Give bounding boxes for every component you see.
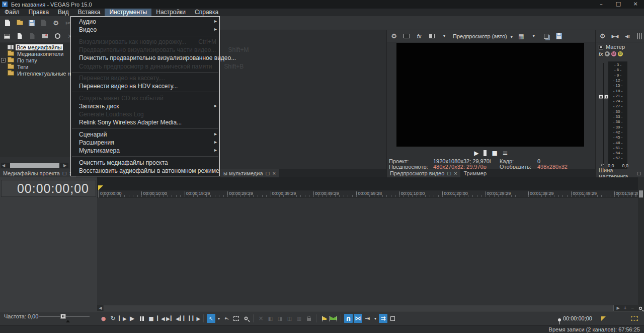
scrollbar-thumb[interactable] [104,305,614,311]
pause-icon[interactable] [137,314,146,323]
scrollbar-thumb[interactable] [639,190,643,197]
split-screen-icon[interactable] [428,32,436,40]
auto-ripple-dropdown-icon[interactable]: ▾ [373,314,378,323]
tab-project-media[interactable]: Медиафайлы проекта □ × [0,169,76,177]
tab-video-preview[interactable]: Предпросмотр видео □ × [387,169,460,177]
float-window-icon[interactable]: □ [266,171,270,176]
ripple-all-tracks-icon[interactable]: ⇉ [379,314,387,323]
play-icon[interactable]: ▶ [128,314,136,323]
menu-item[interactable]: Relink Sony Wireless Adapter Media... [71,118,219,126]
stop-icon[interactable]: ■ [492,150,497,157]
menu-item[interactable]: Почистить предварительно визуализированн… [71,54,219,62]
scroll-left-icon[interactable]: ◀ [97,305,104,311]
close-button[interactable]: × [627,0,644,9]
copy-snapshot-icon[interactable] [542,32,550,40]
capture-video-icon[interactable] [41,32,49,40]
bus-io-icon[interactable]: ▶◀ [611,32,619,40]
menu-item[interactable]: Мультикамера▸ [71,147,219,155]
envelope-tool-icon[interactable]: ↖ [222,314,231,323]
float-window-icon[interactable]: □ [62,171,67,176]
insert-region-icon[interactable] [329,314,338,323]
fader-handles[interactable] [599,95,609,99]
stop-icon[interactable]: ■ [147,314,155,323]
next-frame-icon[interactable]: ▎▎▶ [189,314,201,323]
normal-edit-tool-icon[interactable]: ↖ [207,314,215,323]
fader-handle-left[interactable] [599,95,603,99]
dim-output-icon[interactable]: ◀≀ [624,32,631,40]
menu-item[interactable]: Расширения▸ [71,139,219,147]
media-horizontal-scrollbar[interactable]: ◀ ▶ [1,163,68,168]
auto-ripple-icon[interactable]: ⇥ [363,314,372,323]
cursor-marker-icon[interactable] [98,185,103,190]
save-snapshot-icon[interactable] [555,32,563,40]
import-file-icon[interactable] [16,32,24,40]
menu-item[interactable]: Аудио▸ [71,18,219,26]
overlay-grid-icon[interactable]: ▦ [517,32,525,40]
menu-item[interactable]: Видео▸ [71,26,219,34]
insert-marker-icon[interactable] [319,314,328,323]
import-media-icon[interactable] [3,32,11,40]
previous-frame-icon[interactable]: ◀▎▎ [176,314,188,323]
go-to-start-icon[interactable]: ▎◀ [156,314,165,323]
scroll-right-icon[interactable]: ▶ [62,163,67,168]
timeline-vertical-scrollbar[interactable] [638,177,644,305]
scroll-right-icon[interactable]: ▶ [615,305,621,311]
cursor-timecode[interactable]: 00:00:00;00 [563,315,592,321]
selection-tool-icon[interactable] [232,314,240,323]
video-output-fx-icon[interactable]: fx [415,32,423,40]
maximize-button[interactable]: □ [610,0,627,9]
cursor-time-display[interactable]: 00:00:00;00 [1,180,96,197]
preview-settings-gear-icon[interactable]: ⚙ [390,32,398,40]
menu-bar-item[interactable]: Файл [0,9,24,16]
plugin2-icon[interactable]: M [611,51,616,56]
menu-bar-item[interactable]: Инструменты [105,9,151,16]
grid-dropdown-icon[interactable]: ▾ [530,32,538,40]
plugin1-icon[interactable]: ✱ [605,51,610,56]
master-fx-icon[interactable]: fx [599,51,603,57]
menu-bar-item[interactable]: Правка [24,9,54,16]
edit-tool-dropdown-icon[interactable]: ▾ [216,314,221,323]
tab-master-bus[interactable]: Шина мастеринга □ [596,169,644,177]
auto-crossfade-icon[interactable]: ⋈ [354,314,362,323]
external-monitor-icon[interactable] [403,32,411,40]
menu-bar-item[interactable]: Вставка [73,9,105,16]
play-from-start-icon[interactable]: ▎▶ [118,314,127,323]
extract-audio-cd-icon[interactable] [53,32,61,40]
record-icon[interactable]: ● [99,314,108,323]
menu-item[interactable]: Очистить медиафайлы проекта [71,158,219,166]
zoom-out-icon[interactable]: − [629,305,636,311]
timeline-horizontal-scrollbar[interactable]: ◀ ▶ + − [97,305,644,311]
plugin3-icon[interactable]: S! [618,51,623,56]
mixer-icon[interactable] [636,32,644,40]
menu-item[interactable]: Сценарий▸ [71,130,219,139]
marker-triangle-icon[interactable] [601,316,606,321]
new-project-icon[interactable] [4,19,12,27]
minimize-button[interactable]: – [593,0,610,9]
rate-slider-handle[interactable] [60,314,66,319]
float-window-icon[interactable]: □ [447,171,451,176]
open-project-icon[interactable] [16,19,24,27]
enable-snapping-icon[interactable]: U [344,314,353,323]
preview-quality-dropdown[interactable]: Предпросмотр (авто) ▾ [453,33,513,39]
split-screen-dropdown-icon[interactable]: ▾ [440,32,448,40]
close-tab-icon[interactable]: × [454,171,458,176]
loop-region-icon[interactable] [631,316,638,321]
zoom-tool-icon[interactable] [636,305,644,311]
scrollbar-thumb[interactable] [10,163,59,168]
marker-bar[interactable] [97,177,644,190]
expander-icon[interactable]: + [1,58,6,62]
time-ruler[interactable]: 0:00:00:0000:00:10:0000:00:19:2900:00:29… [97,190,644,197]
menu-item[interactable]: Записать диск▸ [71,102,219,110]
zoom-edit-tool-icon[interactable] [242,314,250,323]
scroll-left-icon[interactable]: ◀ [1,163,6,168]
save-project-icon[interactable] [28,19,36,27]
go-to-end-icon[interactable]: ▶▎ [166,314,175,323]
loop-playback-icon[interactable]: ↻ [109,314,117,323]
ignore-event-grouping-icon[interactable] [388,314,397,323]
pause-icon[interactable] [484,150,487,156]
tab-trimmer[interactable]: Триммер [460,169,490,177]
zoom-in-icon[interactable]: + [621,305,629,311]
menu-bar-item[interactable]: Настройки [151,9,190,16]
menu-item[interactable]: Восстановить аудиофайлы в автономном реж… [71,167,219,175]
menu-item[interactable]: Перенести видео на HDV кассету... [71,82,219,90]
